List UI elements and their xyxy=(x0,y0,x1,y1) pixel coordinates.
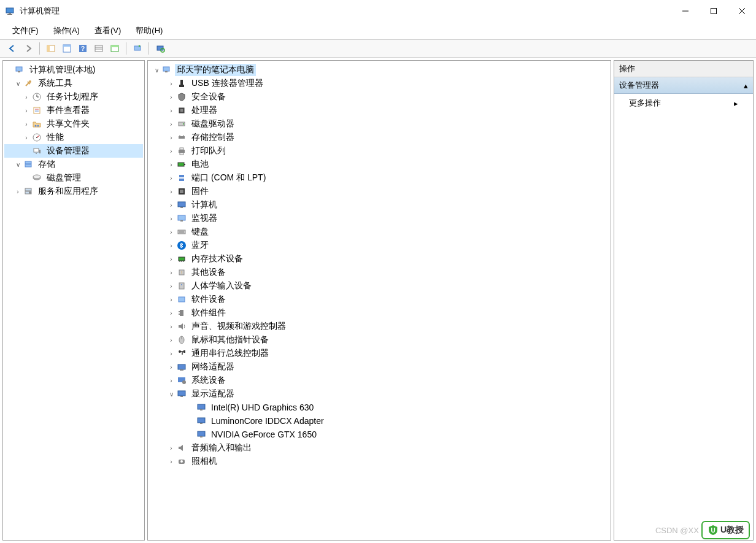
expand-icon[interactable]: › xyxy=(166,377,176,384)
content-area: 计算机管理(本地) ∨ 系统工具 › 任务计划程序 › 事件查看器 › 共享文件… xyxy=(0,58,756,543)
device-item[interactable]: Intel(R) UHD Graphics 630 xyxy=(149,401,609,414)
tree-systools[interactable]: ∨ 系统工具 xyxy=(4,77,143,90)
expand-icon[interactable]: › xyxy=(166,269,176,276)
device-category[interactable]: ›存储控制器 xyxy=(149,131,609,144)
minimize-button[interactable] xyxy=(671,1,700,21)
tree-disk-mgmt[interactable]: 磁盘管理 xyxy=(4,171,143,185)
expand-icon[interactable]: › xyxy=(166,458,176,465)
forward-button[interactable] xyxy=(21,41,36,56)
tree-shared-folders[interactable]: › 共享文件夹 xyxy=(4,117,143,131)
expand-icon[interactable]: › xyxy=(166,242,176,249)
device-category[interactable]: ›声音、视频和游戏控制器 xyxy=(149,320,609,333)
expand-icon[interactable]: › xyxy=(166,445,176,452)
scan-button[interactable] xyxy=(153,41,168,56)
device-category[interactable]: ›电池 xyxy=(149,158,609,171)
tree-root[interactable]: 计算机管理(本地) xyxy=(4,63,143,77)
tree-label: 计算机 xyxy=(190,199,219,211)
device-root[interactable]: ∨ 邱天宇的笔记本电脑 xyxy=(149,63,609,77)
device-category[interactable]: ›处理器 xyxy=(149,104,609,117)
device-category[interactable]: ›监视器 xyxy=(149,212,609,225)
device-category[interactable]: ›软件组件 xyxy=(149,306,609,320)
device-category[interactable]: ›网络适配器 xyxy=(149,360,609,374)
calendar-button[interactable] xyxy=(107,41,122,56)
device-category[interactable]: ›软件设备 xyxy=(149,293,609,306)
device-category[interactable]: ›固件 xyxy=(149,185,609,198)
expand-icon[interactable]: › xyxy=(166,310,176,317)
collapse-icon[interactable]: ∨ xyxy=(13,161,23,168)
expand-icon[interactable]: › xyxy=(166,229,176,236)
expand-icon[interactable]: › xyxy=(21,121,31,128)
expand-icon[interactable]: › xyxy=(166,121,176,128)
svg-rect-42 xyxy=(25,188,31,191)
expand-icon[interactable]: › xyxy=(166,94,176,101)
device-category[interactable]: ›磁盘驱动器 xyxy=(149,117,609,131)
expand-icon[interactable]: ∨ xyxy=(166,391,176,398)
menu-help[interactable]: 帮助(H) xyxy=(128,23,170,39)
menu-view[interactable]: 查看(V) xyxy=(87,23,128,39)
collapse-icon[interactable]: ∨ xyxy=(13,80,23,87)
device-item[interactable]: LuminonCore IDDCX Adapter xyxy=(149,414,609,428)
expand-icon[interactable]: › xyxy=(21,107,31,114)
svg-rect-39 xyxy=(25,164,31,167)
expand-icon[interactable]: › xyxy=(166,350,176,357)
menu-file[interactable]: 文件(F) xyxy=(5,23,46,39)
refresh-button[interactable] xyxy=(130,41,145,56)
expand-icon[interactable]: › xyxy=(166,323,176,330)
collapse-icon[interactable]: ∨ xyxy=(152,67,161,74)
tree-performance[interactable]: › 性能 xyxy=(4,131,143,144)
expand-icon[interactable]: › xyxy=(166,175,176,182)
expand-icon[interactable]: › xyxy=(166,202,176,209)
expand-icon[interactable]: › xyxy=(166,296,176,303)
device-category[interactable]: ›计算机 xyxy=(149,198,609,212)
show-hide-tree-button[interactable] xyxy=(44,41,58,56)
tree-services[interactable]: › 服务和应用程序 xyxy=(4,185,143,198)
device-category[interactable]: ›内存技术设备 xyxy=(149,252,609,266)
more-actions[interactable]: 更多操作 ▸ xyxy=(614,94,753,112)
device-category[interactable]: ›通用串行总线控制器 xyxy=(149,347,609,360)
back-button[interactable] xyxy=(5,41,20,56)
menu-action[interactable]: 操作(A) xyxy=(46,23,87,39)
device-category[interactable]: ›人体学输入设备 xyxy=(149,279,609,293)
device-category[interactable]: ›蓝牙 xyxy=(149,239,609,252)
expand-icon[interactable]: › xyxy=(166,364,176,371)
tree-task-scheduler[interactable]: › 任务计划程序 xyxy=(4,90,143,104)
expand-icon[interactable]: › xyxy=(166,337,176,344)
view-button[interactable] xyxy=(91,41,106,56)
device-category[interactable]: ›!其他设备 xyxy=(149,266,609,279)
device-category[interactable]: ›系统设备 xyxy=(149,374,609,387)
svg-rect-13 xyxy=(95,45,102,52)
device-category[interactable]: ›打印队列 xyxy=(149,144,609,158)
expand-icon[interactable]: › xyxy=(13,188,23,195)
device-category[interactable]: ›安全设备 xyxy=(149,90,609,104)
expand-icon[interactable]: › xyxy=(166,148,176,155)
device-category[interactable]: ∨显示适配器 xyxy=(149,387,609,401)
device-category[interactable]: ›USB 连接器管理器 xyxy=(149,77,609,90)
expand-icon[interactable]: › xyxy=(166,134,176,141)
close-button[interactable] xyxy=(728,1,756,21)
expand-icon[interactable]: › xyxy=(21,134,31,141)
svg-rect-59 xyxy=(178,163,184,166)
expand-icon[interactable]: › xyxy=(166,80,176,87)
svg-rect-17 xyxy=(111,45,118,47)
expand-icon[interactable]: › xyxy=(166,161,176,168)
tree-storage[interactable]: ∨ 存储 xyxy=(4,158,143,171)
properties-button[interactable] xyxy=(60,41,74,56)
device-category[interactable]: ›音频输入和输出 xyxy=(149,441,609,455)
device-category[interactable]: ›端口 (COM 和 LPT) xyxy=(149,171,609,185)
expand-icon[interactable]: › xyxy=(21,94,31,101)
expand-icon[interactable]: › xyxy=(166,215,176,222)
maximize-button[interactable] xyxy=(700,1,728,21)
device-category[interactable]: ›鼠标和其他指针设备 xyxy=(149,333,609,347)
device-category[interactable]: ›照相机 xyxy=(149,455,609,468)
expand-icon[interactable]: › xyxy=(166,283,176,290)
actions-group[interactable]: 设备管理器 ▴ xyxy=(614,77,753,94)
expand-icon[interactable]: › xyxy=(166,256,176,263)
expand-icon[interactable]: › xyxy=(166,188,176,195)
help-button[interactable]: ? xyxy=(75,41,90,56)
device-item[interactable]: NVIDIA GeForce GTX 1650 xyxy=(149,428,609,441)
expand-icon[interactable]: › xyxy=(166,107,176,114)
tree-label: 声音、视频和游戏控制器 xyxy=(190,320,288,333)
device-category[interactable]: ›键盘 xyxy=(149,225,609,239)
tree-device-manager[interactable]: 设备管理器 xyxy=(4,144,143,158)
tree-event-viewer[interactable]: › 事件查看器 xyxy=(4,104,143,117)
